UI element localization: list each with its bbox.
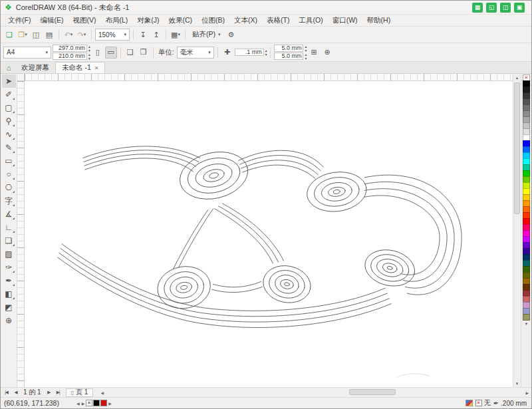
spinner-icon[interactable]: ▴▾ <box>305 53 307 61</box>
vertical-scroll-thumb[interactable] <box>514 82 520 214</box>
horizontal-scrollbar[interactable]: ◀ ▶ <box>100 388 529 396</box>
export-button[interactable]: ↥ <box>150 29 162 41</box>
drawing-canvas[interactable] <box>25 81 513 387</box>
duplicate-distance-y-input[interactable]: 5.0 mm <box>274 53 303 60</box>
portrait-button[interactable]: ▯ <box>92 47 104 59</box>
ellipse-tool-icon[interactable]: ○ <box>2 168 16 181</box>
document-palette-swatch[interactable] <box>100 400 107 406</box>
scroll-up-icon[interactable]: ▲ <box>513 74 521 81</box>
page-icon: ▯ <box>71 390 74 396</box>
store-button[interactable]: ▦ <box>472 3 483 13</box>
open-button[interactable]: ❐ ▾ <box>17 29 29 41</box>
duplicate-distance-x-input[interactable]: 5.0 mm <box>274 45 303 52</box>
menu-object[interactable]: 对象(J) <box>132 15 164 26</box>
document-palette-left-icon[interactable]: ◀ <box>76 401 80 406</box>
document-palette-right-icon[interactable]: ▶ <box>81 401 86 406</box>
duplicate-distance-group: 5.0 mm ▴▾ 5.0 mm ▴▾ <box>274 45 307 60</box>
page-size-combo[interactable]: A4 ▾ <box>3 47 51 59</box>
import-button[interactable]: ↧ <box>137 29 149 41</box>
last-page-button[interactable]: ▶| <box>54 388 63 396</box>
document-palette-no-color-swatch[interactable]: ✕ <box>86 400 92 406</box>
close-icon[interactable]: ✕ <box>94 65 99 71</box>
toolbar-separator <box>91 29 92 40</box>
toolbar-separator <box>166 29 166 40</box>
save-cloud-button[interactable]: ◫ <box>500 3 511 13</box>
page-1-tab[interactable]: ▯ 页 1 <box>66 388 94 397</box>
vertical-ruler[interactable] <box>17 81 25 387</box>
options-gear-button[interactable]: ⚙ <box>225 29 237 41</box>
shape-tool-icon[interactable]: ✐ <box>2 88 16 101</box>
menu-table[interactable]: 表格(T) <box>262 15 294 26</box>
menu-bitmaps[interactable]: 位图(B) <box>197 15 229 26</box>
connector-tool-icon[interactable]: ∟ <box>2 221 16 234</box>
ruler-origin-corner[interactable] <box>17 74 25 81</box>
palette-color-swatch[interactable] <box>523 314 530 321</box>
menu-tools[interactable]: 工具(O) <box>295 15 328 26</box>
snap-to-dropdown[interactable]: 贴齐(P) ▾ <box>189 29 224 41</box>
horizontal-scroll-thumb[interactable] <box>349 389 396 395</box>
landscape-button[interactable]: ▭ <box>105 47 117 59</box>
more-tools-icon[interactable]: ⊕ <box>2 314 16 327</box>
first-page-button[interactable]: |◀ <box>2 388 11 396</box>
scroll-left-icon[interactable]: ◀ <box>100 388 104 396</box>
parallel-dimension-tool-icon[interactable]: ∡ <box>2 207 16 221</box>
menu-layout[interactable]: 布局(L) <box>100 15 132 26</box>
zoom-level-combo[interactable]: 150% ▾ <box>95 29 130 41</box>
menu-view[interactable]: 视图(V) <box>68 15 100 26</box>
application-launcher-button[interactable]: ▦ ▾ <box>170 29 182 41</box>
print-button[interactable]: ▤ <box>43 29 55 41</box>
fullscreen-button[interactable]: ◱ <box>486 3 497 13</box>
document-palette-more-icon[interactable]: ▶ <box>108 401 112 406</box>
spinner-icon[interactable]: ▴▾ <box>265 49 267 57</box>
menu-edit[interactable]: 编辑(E) <box>35 15 68 26</box>
nudge-distance-input[interactable]: .1 mm <box>235 49 264 56</box>
menu-window[interactable]: 窗口(W) <box>328 15 362 26</box>
spinner-icon[interactable]: ▴▾ <box>305 45 307 53</box>
workspace-button[interactable]: ▣ <box>514 3 525 13</box>
save-button[interactable]: ◫ <box>30 29 42 41</box>
palette-flyout-icon[interactable]: ▼ <box>525 322 529 326</box>
home-icon[interactable]: ⌂ <box>2 63 15 73</box>
smart-fill-tool-icon[interactable]: ◩ <box>2 301 16 314</box>
scroll-down-icon[interactable]: ▼ <box>513 380 521 387</box>
horizontal-ruler[interactable] <box>25 74 513 81</box>
previous-page-button[interactable]: ◀ <box>11 388 20 396</box>
new-document-button[interactable]: ❏ <box>3 29 15 41</box>
freehand-tool-icon[interactable]: ∿ <box>2 128 16 141</box>
crop-tool-icon[interactable]: ▢ <box>2 101 16 114</box>
menu-text[interactable]: 文本(X) <box>229 15 262 26</box>
current-page-settings-button[interactable]: ❑ <box>124 47 136 59</box>
menu-help[interactable]: 帮助(H) <box>362 15 396 26</box>
redo-button[interactable]: ↷ ▾ <box>76 29 88 41</box>
scroll-right-icon[interactable]: ▶ <box>525 388 529 396</box>
document-palette: ◀ ▶ ✕ ▶ <box>76 400 112 406</box>
polygon-tool-icon[interactable]: ⎔ <box>2 181 16 194</box>
page-width-input[interactable]: 297.0 mm <box>53 45 87 52</box>
units-combo[interactable]: 毫米 ▾ <box>177 47 214 59</box>
drop-shadow-tool-icon[interactable]: ❏ <box>2 234 16 247</box>
page-height-input[interactable]: 210.0 mm <box>53 53 87 60</box>
menu-file[interactable]: 文件(F) <box>3 15 35 26</box>
chevron-down-icon: ▾ <box>25 32 27 37</box>
rectangle-tool-icon[interactable]: ▭ <box>2 154 16 168</box>
menu-effects[interactable]: 效果(C) <box>164 15 198 26</box>
next-page-button[interactable]: ▶ <box>45 388 53 396</box>
spinner-icon[interactable]: ▴▾ <box>88 45 90 53</box>
all-pages-settings-button[interactable]: ❒ <box>138 47 150 59</box>
toolbar-separator <box>120 47 121 58</box>
add-page-size-button[interactable]: ⊕ <box>321 47 333 59</box>
tab-welcome-screen[interactable]: 欢迎屏幕 <box>15 63 55 73</box>
transparency-tool-icon[interactable]: ▨ <box>2 247 16 261</box>
spinner-icon[interactable]: ▴▾ <box>88 53 90 61</box>
tab-document-untitled[interactable]: 未命名 -1 ✕ <box>55 62 105 73</box>
interactive-fill-tool-icon[interactable]: ◧ <box>2 287 16 301</box>
pick-tool-icon[interactable]: ➤ <box>2 74 16 88</box>
undo-button[interactable]: ↶ ▾ <box>63 29 74 41</box>
artistic-media-tool-icon[interactable]: ✎ <box>2 141 16 154</box>
outline-pen-tool-icon[interactable]: ✒ <box>2 274 16 287</box>
document-palette-swatch[interactable] <box>93 400 100 406</box>
vertical-scrollbar[interactable]: ▲ ▼ <box>513 74 521 387</box>
zoom-tool-icon[interactable]: ⚲ <box>2 114 16 128</box>
color-eyedropper-tool-icon[interactable]: ✑ <box>2 261 16 274</box>
text-tool-icon[interactable]: 字 <box>2 194 16 207</box>
